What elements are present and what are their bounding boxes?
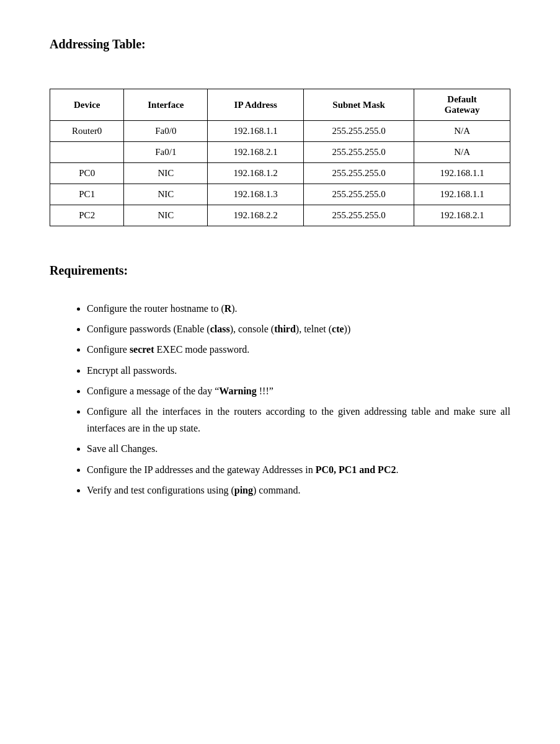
requirement-item-req2: Configure passwords (Enable (class), con… [87,321,510,337]
cell-device-1 [50,142,124,163]
col-device: Device [50,89,124,121]
cell-device-2: PC0 [50,163,124,184]
cell-gateway-0: N/A [414,121,510,142]
cell-gateway-2: 192.168.1.1 [414,163,510,184]
addressing-table: Device Interface IP Address Subnet Mask … [50,89,510,226]
requirement-item-req5: Configure a message of the day “Warning … [87,383,510,399]
col-subnet-mask: Subnet Mask [304,89,414,121]
col-ip-address: IP Address [208,89,304,121]
table-row: Fa0/1192.168.2.1255.255.255.0N/A [50,142,510,163]
cell-subnet-3: 255.255.255.0 [304,184,414,205]
requirement-item-req6: Configure all the interfaces in the rout… [87,403,510,436]
cell-ip-1: 192.168.2.1 [208,142,304,163]
cell-subnet-4: 255.255.255.0 [304,205,414,226]
table-row: PC0NIC192.168.1.2255.255.255.0192.168.1.… [50,163,510,184]
requirement-item-req9: Verify and test configurations using (pi… [87,482,510,498]
cell-interface-2: NIC [124,163,208,184]
addressing-table-title: Addressing Table: [50,37,510,51]
table-row: Router0Fa0/0192.168.1.1255.255.255.0N/A [50,121,510,142]
cell-device-0: Router0 [50,121,124,142]
col-default-gateway: DefaultGateway [414,89,510,121]
table-body: Router0Fa0/0192.168.1.1255.255.255.0N/AF… [50,121,510,226]
table-container: Device Interface IP Address Subnet Mask … [50,89,510,226]
table-row: PC2NIC192.168.2.2255.255.255.0192.168.2.… [50,205,510,226]
cell-subnet-2: 255.255.255.0 [304,163,414,184]
requirements-title: Requirements: [50,264,510,278]
table-row: PC1NIC192.168.1.3255.255.255.0192.168.1.… [50,184,510,205]
cell-gateway-1: N/A [414,142,510,163]
addressing-table-section: Addressing Table: Device Interface IP Ad… [50,37,510,226]
cell-device-3: PC1 [50,184,124,205]
cell-ip-3: 192.168.1.3 [208,184,304,205]
requirements-section: Requirements: Configure the router hostn… [50,264,510,498]
requirements-list: Configure the router hostname to (R).Con… [50,300,510,498]
cell-ip-2: 192.168.1.2 [208,163,304,184]
page-container: Addressing Table: Device Interface IP Ad… [50,37,510,498]
cell-interface-1: Fa0/1 [124,142,208,163]
cell-subnet-1: 255.255.255.0 [304,142,414,163]
cell-interface-4: NIC [124,205,208,226]
cell-ip-4: 192.168.2.2 [208,205,304,226]
col-interface: Interface [124,89,208,121]
requirement-item-req7: Save all Changes. [87,440,510,457]
requirement-item-req8: Configure the IP addresses and the gatew… [87,461,510,478]
cell-interface-3: NIC [124,184,208,205]
cell-gateway-4: 192.168.2.1 [414,205,510,226]
requirement-item-req3: Configure secret EXEC mode password. [87,341,510,358]
cell-ip-0: 192.168.1.1 [208,121,304,142]
requirement-item-req1: Configure the router hostname to (R). [87,300,510,317]
table-header-row: Device Interface IP Address Subnet Mask … [50,89,510,121]
cell-device-4: PC2 [50,205,124,226]
cell-subnet-0: 255.255.255.0 [304,121,414,142]
cell-interface-0: Fa0/0 [124,121,208,142]
requirement-item-req4: Encrypt all passwords. [87,362,510,379]
cell-gateway-3: 192.168.1.1 [414,184,510,205]
